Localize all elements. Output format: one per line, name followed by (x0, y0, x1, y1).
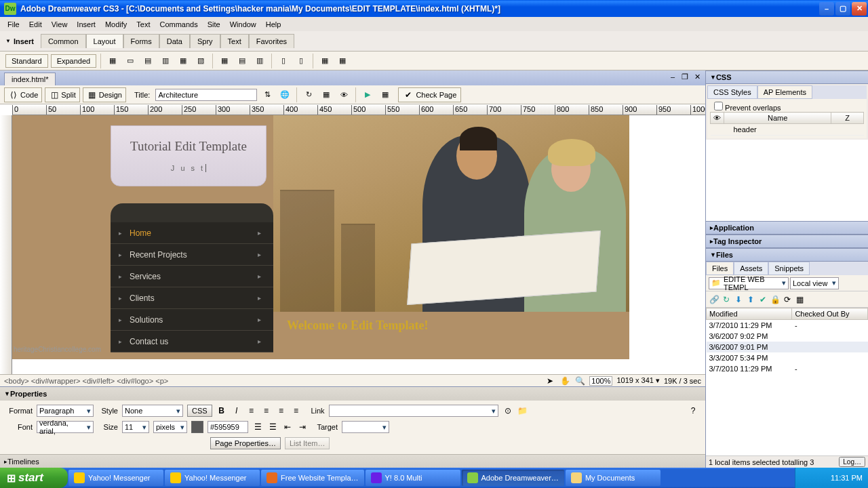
modified-col[interactable]: Modified (707, 308, 792, 320)
ap-row[interactable]: header (711, 124, 864, 136)
ap-elements-tab[interactable]: AP Elements (757, 85, 812, 99)
validate-icon[interactable]: ▶ (360, 87, 375, 102)
tray-icon[interactable] (816, 472, 827, 483)
insert-tab-data[interactable]: Data (159, 34, 190, 48)
zoom-select[interactable]: 100% (589, 376, 612, 386)
clock[interactable]: 11:31 PM (831, 474, 863, 482)
maximize-button[interactable]: ▢ (835, 2, 850, 16)
menu-insert[interactable]: Insert (72, 19, 100, 30)
sync-icon[interactable]: ⟳ (782, 294, 793, 305)
prevent-overlaps-checkbox[interactable]: Prevent overlaps (714, 104, 781, 112)
insert-tab-spry[interactable]: Spry (190, 34, 220, 48)
snippets-tab[interactable]: Snippets (768, 262, 810, 275)
pointer-icon[interactable]: ➤ (545, 375, 555, 386)
insert-tab-common[interactable]: Common (41, 34, 86, 48)
insert-panel-title[interactable]: Insert (3, 37, 37, 45)
nav-clients[interactable]: Clients (111, 287, 273, 309)
log-button[interactable]: Log… (839, 457, 865, 467)
task-item[interactable]: My Documents (566, 470, 660, 486)
indent-icon[interactable]: ⇥ (297, 422, 308, 432)
expanded-mode-button[interactable]: Expanded (51, 54, 97, 68)
insert-tab-layout[interactable]: Layout (86, 34, 123, 48)
hand-icon[interactable]: ✋ (559, 375, 570, 386)
task-item[interactable]: Yahoo! Messenger (165, 470, 260, 486)
application-panel-header[interactable]: Application (706, 221, 868, 235)
format-select[interactable]: Paragraph (37, 405, 94, 417)
point-to-file-icon[interactable]: ⊙ (502, 405, 513, 416)
task-item[interactable]: Free Website Templa… (261, 470, 364, 486)
menu-help[interactable]: Help (261, 19, 286, 30)
vis-col[interactable]: 👁 (711, 113, 724, 124)
file-row[interactable]: 3/3/2007 5:34 PM (707, 352, 868, 363)
align-right-icon[interactable]: ≡ (276, 405, 287, 416)
link-select[interactable] (329, 405, 498, 417)
insert-row-below-icon[interactable]: ▥ (252, 54, 267, 68)
insert-tab-forms[interactable]: Forms (123, 34, 159, 48)
file-row[interactable]: 3/6/2007 9:02 PM (707, 331, 868, 342)
menu-modify[interactable]: Modify (100, 19, 132, 30)
frames-icon[interactable]: ▦ (317, 54, 332, 68)
document-tab[interactable]: index.html* (4, 73, 56, 85)
connect-icon[interactable]: 🔗 (709, 294, 719, 305)
z-col[interactable]: Z (831, 113, 864, 124)
insert-tab-text[interactable]: Text (220, 34, 249, 48)
color-swatch[interactable] (191, 421, 203, 433)
help-icon[interactable]: ? (688, 405, 698, 416)
doc-close-icon[interactable]: ✕ (692, 72, 703, 81)
spry-accordion-icon[interactable]: ▦ (176, 54, 191, 68)
iframe-icon[interactable]: ▦ (335, 54, 350, 68)
page-title-input[interactable] (155, 89, 257, 101)
outdent-icon[interactable]: ⇤ (282, 422, 293, 432)
page-properties-button[interactable]: Page Properties… (210, 437, 281, 449)
checkout-icon[interactable]: ✔ (757, 294, 768, 305)
standard-mode-button[interactable]: Standard (5, 54, 48, 68)
file-row[interactable]: 3/6/2007 9:01 PM (707, 342, 868, 352)
file-mgmt-icon[interactable]: ⇅ (260, 87, 275, 102)
menu-window[interactable]: Window (225, 19, 261, 30)
nav-home[interactable]: Home (111, 222, 273, 244)
menu-text[interactable]: Text (132, 19, 155, 30)
align-justify-icon[interactable]: ≡ (291, 405, 302, 416)
refresh-files-icon[interactable]: ↻ (721, 294, 732, 305)
system-tray[interactable]: 11:31 PM (795, 468, 868, 488)
expand-icon[interactable]: ▦ (794, 294, 805, 305)
doc-minimize-icon[interactable]: – (667, 72, 678, 81)
preview-icon[interactable]: 🌐 (277, 87, 292, 102)
files-panel-header[interactable]: Files (706, 248, 868, 262)
menu-commands[interactable]: Commands (155, 19, 202, 30)
design-canvas[interactable]: Tutorial Edit Template J u s t Home (12, 115, 705, 374)
design-view-button[interactable]: ▦Design (83, 87, 126, 102)
insert-col-right-icon[interactable]: ▯ (294, 54, 309, 68)
checkin-icon[interactable]: 🔒 (770, 294, 781, 305)
properties-header[interactable]: Properties (0, 387, 705, 401)
align-center-icon[interactable]: ≡ (261, 405, 272, 416)
tag-inspector-panel-header[interactable]: Tag Inspector (706, 235, 868, 248)
css-styles-tab[interactable]: CSS Styles (707, 85, 757, 99)
draw-ap-div-icon[interactable]: ▭ (123, 54, 138, 68)
align-left-icon[interactable]: ≡ (246, 405, 257, 416)
menu-view[interactable]: View (47, 19, 73, 30)
name-col[interactable]: Name (724, 113, 831, 124)
refresh-icon[interactable]: ↻ (301, 87, 316, 102)
insert-row-above-icon[interactable]: ▤ (235, 54, 250, 68)
logo-box[interactable]: Tutorial Edit Template J u s t (111, 125, 267, 186)
start-button[interactable]: start (0, 468, 68, 488)
menu-site[interactable]: Site (203, 19, 225, 30)
nav-solutions[interactable]: Solutions (111, 309, 273, 331)
nav-services[interactable]: Services (111, 266, 273, 287)
table-icon[interactable]: ▦ (217, 54, 232, 68)
task-item[interactable]: Y! 8.0 Multi (366, 470, 460, 486)
task-item[interactable]: Yahoo! Messenger (68, 470, 163, 486)
assets-tab[interactable]: Assets (734, 262, 768, 275)
file-row[interactable]: 3/7/2010 11:29 PM- (707, 320, 868, 331)
browse-folder-icon[interactable]: 📁 (517, 405, 528, 416)
nav-recent[interactable]: Recent Projects (111, 244, 273, 266)
ol-icon[interactable]: ☰ (267, 422, 278, 432)
spry-collapsible-icon[interactable]: ▧ (193, 54, 208, 68)
insert-div-icon[interactable]: ▦ (105, 54, 120, 68)
check-page-button[interactable]: ✔Check Page (398, 87, 461, 102)
insert-tab-favorites[interactable]: Favorites (249, 34, 294, 48)
zoom-icon[interactable]: 🔍 (574, 375, 585, 386)
tag-path[interactable]: <body> <div#wrapper> <div#left> <div#log… (4, 377, 545, 385)
window-dims[interactable]: 1019 x 341 ▾ (616, 376, 660, 385)
